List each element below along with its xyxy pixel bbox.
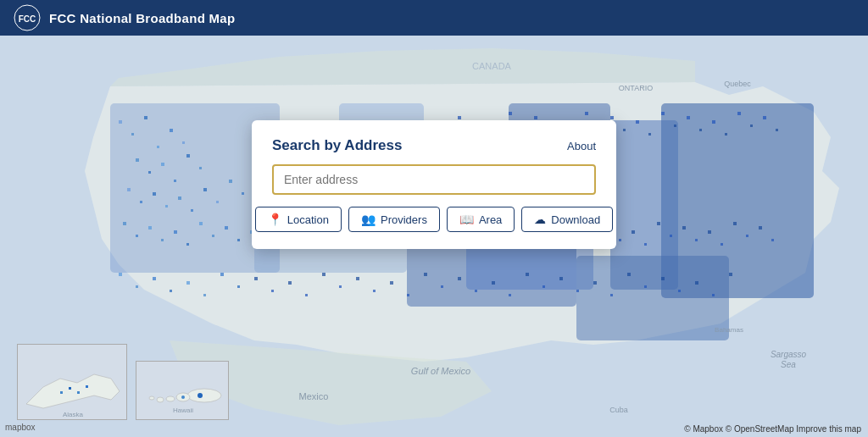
svg-rect-16 [157, 146, 159, 148]
location-button[interactable]: 📍 Location [255, 207, 342, 232]
svg-rect-128 [771, 239, 774, 241]
area-button[interactable]: 📖 Area [447, 207, 515, 232]
svg-text:Bahamas: Bahamas [715, 326, 743, 334]
svg-rect-33 [229, 180, 232, 183]
about-link[interactable]: About [567, 140, 596, 152]
svg-rect-151 [492, 281, 495, 285]
svg-rect-13 [119, 120, 122, 124]
svg-rect-162 [678, 290, 681, 292]
address-input[interactable] [272, 164, 596, 195]
svg-rect-129 [119, 273, 122, 276]
svg-rect-124 [721, 243, 723, 246]
svg-rect-135 [220, 273, 224, 276]
download-label: Download [551, 213, 600, 226]
svg-rect-133 [186, 281, 190, 285]
svg-rect-146 [407, 294, 409, 296]
svg-rect-158 [610, 294, 613, 296]
svg-rect-119 [657, 222, 660, 225]
svg-rect-147 [424, 273, 427, 276]
svg-rect-130 [136, 285, 138, 288]
svg-text:Quebec: Quebec [724, 80, 751, 88]
area-label: Area [479, 213, 502, 226]
svg-rect-141 [322, 273, 326, 276]
header: FCC FCC National Broadband Map [0, 0, 868, 36]
svg-rect-24 [199, 167, 202, 169]
svg-rect-152 [509, 294, 511, 296]
svg-rect-55 [509, 112, 512, 115]
svg-rect-131 [153, 277, 156, 280]
svg-rect-14 [131, 133, 134, 136]
svg-rect-27 [153, 192, 156, 196]
svg-rect-145 [390, 281, 393, 285]
download-button[interactable]: ☁ Download [521, 207, 613, 232]
svg-rect-22 [174, 180, 176, 182]
svg-rect-78 [136, 235, 138, 237]
svg-rect-138 [271, 290, 274, 292]
svg-rect-65 [636, 120, 639, 124]
svg-rect-142 [339, 285, 342, 288]
svg-text:Sargasso: Sargasso [771, 350, 807, 359]
svg-rect-23 [186, 154, 190, 158]
svg-rect-150 [475, 290, 477, 292]
mapbox-logo: mapbox [5, 423, 36, 432]
svg-text:CANADA: CANADA [472, 61, 512, 71]
mapbox-text: mapbox [5, 423, 36, 432]
providers-label: Providers [381, 213, 427, 226]
svg-rect-153 [526, 273, 529, 276]
svg-rect-160 [644, 285, 647, 288]
location-label: Location [287, 213, 329, 226]
alaska-inset: Alaska [17, 344, 127, 420]
improve-map-link[interactable]: Improve this map [796, 424, 861, 434]
svg-text:Cuba: Cuba [609, 406, 628, 414]
svg-text:Mexico: Mexico [299, 391, 329, 401]
app-title: FCC National Broadband Map [49, 11, 235, 25]
svg-rect-180 [77, 391, 80, 394]
svg-rect-34 [242, 192, 244, 195]
svg-rect-80 [161, 239, 164, 241]
svg-rect-70 [699, 129, 702, 131]
svg-rect-118 [644, 243, 647, 246]
svg-rect-63 [610, 116, 614, 119]
svg-text:Hawaii: Hawaii [173, 407, 193, 414]
svg-rect-86 [237, 239, 240, 241]
providers-button[interactable]: 👥 Providers [348, 207, 440, 232]
svg-text:Sea: Sea [781, 360, 796, 369]
svg-text:Alaska: Alaska [63, 411, 84, 418]
search-overlay: Search by Address About 📍 Location 👥 Pro… [252, 120, 616, 249]
svg-text:FCC: FCC [19, 14, 36, 24]
osm-attribution: © OpenStreetMap [726, 424, 794, 434]
svg-text:Gulf of Mexico: Gulf of Mexico [411, 366, 470, 376]
svg-rect-26 [140, 201, 142, 203]
svg-point-183 [187, 389, 221, 402]
svg-rect-66 [648, 133, 651, 136]
svg-rect-61 [585, 112, 588, 115]
svg-rect-161 [661, 277, 665, 280]
svg-rect-71 [712, 120, 715, 124]
svg-rect-159 [627, 273, 631, 276]
svg-rect-181 [86, 385, 88, 388]
svg-rect-69 [687, 116, 690, 119]
svg-rect-82 [186, 243, 189, 246]
svg-rect-157 [593, 281, 597, 285]
svg-rect-144 [373, 290, 376, 292]
svg-rect-156 [576, 290, 579, 292]
svg-rect-15 [144, 116, 147, 119]
providers-icon: 👥 [361, 213, 376, 226]
svg-rect-126 [746, 235, 748, 237]
svg-rect-31 [203, 188, 207, 191]
svg-point-188 [198, 393, 203, 398]
svg-text:ONTARIO: ONTARIO [619, 84, 653, 92]
svg-rect-57 [534, 116, 537, 119]
svg-rect-19 [136, 158, 139, 162]
search-header: Search by Address About [272, 137, 596, 154]
svg-rect-68 [674, 124, 676, 127]
svg-point-189 [181, 396, 185, 399]
svg-rect-73 [737, 112, 741, 115]
svg-rect-132 [170, 290, 172, 292]
svg-point-185 [166, 396, 175, 401]
svg-rect-30 [191, 209, 193, 212]
svg-rect-149 [458, 277, 461, 280]
svg-point-187 [149, 396, 154, 400]
svg-rect-116 [619, 239, 621, 241]
search-buttons: 📍 Location 👥 Providers 📖 Area ☁ Download [272, 207, 596, 232]
